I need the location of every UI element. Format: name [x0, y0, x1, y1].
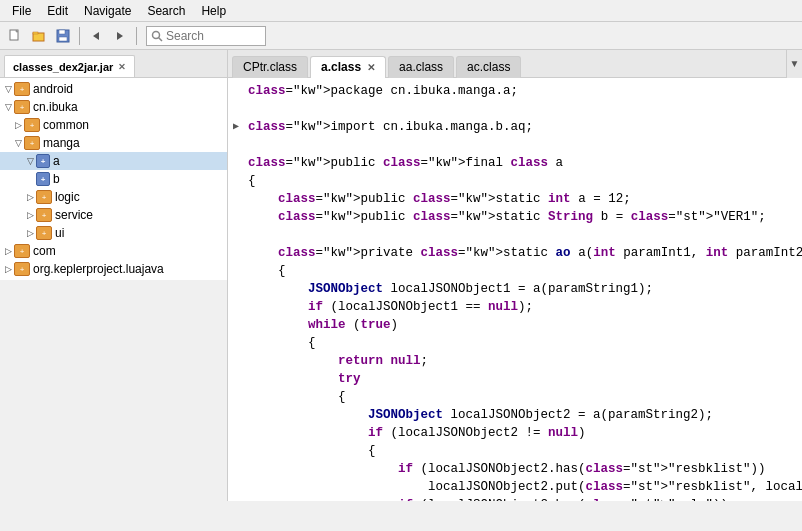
code-line: if (localJSONObject1 == null);: [228, 298, 802, 316]
code-line: {: [228, 172, 802, 190]
line-code: class="kw">package cn.ibuka.manga.a;: [244, 82, 518, 100]
tree-item-common[interactable]: ▷ + common: [0, 116, 227, 134]
svg-marker-7: [93, 32, 99, 40]
tree-label-cn-ibuka: cn.ibuka: [33, 100, 78, 114]
code-line: return null;: [228, 352, 802, 370]
expand-icon-a: ▽: [24, 155, 36, 167]
editor-tab-cptr[interactable]: CPtr.class: [232, 56, 308, 78]
tree-item-b[interactable]: + b: [0, 170, 227, 188]
expand-icon-common: ▷: [12, 119, 24, 131]
menu-navigate[interactable]: Navigate: [76, 2, 139, 20]
code-line: class="kw">public class="kw">static Stri…: [228, 208, 802, 226]
editor-tab-aa-label: aa.class: [399, 60, 443, 74]
menu-help[interactable]: Help: [193, 2, 234, 20]
pkg-icon-common: +: [24, 118, 40, 132]
svg-rect-3: [33, 32, 38, 34]
expand-icon-b: [24, 173, 36, 185]
class-icon-a: +: [36, 154, 50, 168]
line-code: class="kw">private class="kw">static ao …: [244, 244, 802, 262]
search-input[interactable]: [166, 29, 256, 43]
tree-item-logic[interactable]: ▷ + logic: [0, 188, 227, 206]
pkg-icon-ui: +: [36, 226, 52, 240]
menu-edit[interactable]: Edit: [39, 2, 76, 20]
code-line: localJSONObject2.put(class="st">"resbkli…: [228, 478, 802, 496]
save-button[interactable]: [52, 25, 74, 47]
line-code: {: [244, 442, 376, 460]
editor-tab-aa[interactable]: aa.class: [388, 56, 454, 78]
line-code: {: [244, 388, 346, 406]
editor-tab-ac[interactable]: ac.class: [456, 56, 521, 78]
line-code: {: [244, 334, 316, 352]
tree-item-manga[interactable]: ▽ + manga: [0, 134, 227, 152]
line-code: class="kw">public class="kw">final class…: [244, 154, 563, 172]
tree-label-com: com: [33, 244, 56, 258]
tree-item-ui[interactable]: ▷ + ui: [0, 224, 227, 242]
code-line: JSONObject localJSONObject2 = a(paramStr…: [228, 406, 802, 424]
line-code: if (localJSONObject1 == null);: [244, 298, 533, 316]
editor-content: class="kw">package cn.ibuka.manga.a;▶cla…: [228, 78, 802, 501]
line-expand-icon[interactable]: ▶: [228, 118, 244, 136]
code-line: class="kw">package cn.ibuka.manga.a;: [228, 82, 802, 100]
line-code: if (localJSONObject2.has(class="st">"url…: [244, 496, 728, 501]
editor-tab-a[interactable]: a.class ✕: [310, 56, 386, 78]
tree-label-common: common: [43, 118, 89, 132]
line-code: while (true): [244, 316, 398, 334]
tree-item-a[interactable]: ▽ + a: [0, 152, 227, 170]
sidebar-tab-jar[interactable]: classes_dex2jar.jar ✕: [4, 55, 135, 77]
tree-label-logic: logic: [55, 190, 80, 204]
pkg-icon-service: +: [36, 208, 52, 222]
svg-rect-6: [59, 37, 67, 41]
menu-search[interactable]: Search: [139, 2, 193, 20]
menu-file[interactable]: File: [4, 2, 39, 20]
line-code: localJSONObject2.put(class="st">"resbkli…: [244, 478, 802, 496]
editor-topbar: CPtr.class a.class ✕ aa.class ac.class ▼: [228, 50, 802, 78]
tree-label-org: org.keplerproject.luajava: [33, 262, 164, 276]
tree-item-service[interactable]: ▷ + service: [0, 206, 227, 224]
pkg-icon-com: +: [14, 244, 30, 258]
pkg-icon-logic: +: [36, 190, 52, 204]
code-line: [228, 226, 802, 244]
svg-point-9: [153, 31, 160, 38]
editor-collapse-button[interactable]: ▼: [786, 50, 802, 78]
new-button[interactable]: [4, 25, 26, 47]
open-button[interactable]: [28, 25, 50, 47]
line-code: {: [244, 262, 286, 280]
tree-item-cn-ibuka[interactable]: ▽ + cn.ibuka: [0, 98, 227, 116]
tree-label-a: a: [53, 154, 60, 168]
tree-label-b: b: [53, 172, 60, 186]
editor-area: CPtr.class a.class ✕ aa.class ac.class ▼…: [228, 50, 802, 501]
code-line: {: [228, 442, 802, 460]
tree-item-org[interactable]: ▷ + org.keplerproject.luajava: [0, 260, 227, 278]
code-line: if (localJSONObject2.has(class="st">"url…: [228, 496, 802, 501]
tree: ▽ + android ▽ + cn.ibuka ▷ + common: [0, 78, 227, 280]
code-line: class="kw">public class="kw">static int …: [228, 190, 802, 208]
expand-icon-ui: ▷: [24, 227, 36, 239]
back-button[interactable]: [85, 25, 107, 47]
pkg-icon-cn-ibuka: +: [14, 100, 30, 114]
toolbar: [0, 22, 802, 50]
code-line: {: [228, 262, 802, 280]
line-code: try: [244, 370, 361, 388]
line-code: if (localJSONObject2.has(class="st">"res…: [244, 460, 766, 478]
editor-tabs-row: CPtr.class a.class ✕ aa.class ac.class: [228, 50, 786, 78]
forward-button[interactable]: [109, 25, 131, 47]
code-line: ▶class="kw">import cn.ibuka.manga.b.aq;: [228, 118, 802, 136]
menubar: File Edit Navigate Search Help: [0, 0, 802, 22]
editor-tab-ac-label: ac.class: [467, 60, 510, 74]
code-line: {: [228, 388, 802, 406]
code-line: if (localJSONObject2 != null): [228, 424, 802, 442]
svg-line-10: [159, 37, 163, 41]
search-box[interactable]: [146, 26, 266, 46]
sidebar-tab-label: classes_dex2jar.jar: [13, 61, 113, 73]
code-line: try: [228, 370, 802, 388]
expand-icon-android: ▽: [2, 83, 14, 95]
editor-scroll[interactable]: class="kw">package cn.ibuka.manga.a;▶cla…: [228, 78, 802, 501]
expand-icon-service: ▷: [24, 209, 36, 221]
tree-item-android[interactable]: ▽ + android: [0, 80, 227, 98]
line-code: JSONObject localJSONObject1 = a(paramStr…: [244, 280, 653, 298]
pkg-icon-android: +: [14, 82, 30, 96]
editor-tab-a-close[interactable]: ✕: [367, 62, 375, 73]
sidebar-tab-close[interactable]: ✕: [118, 62, 126, 72]
code-line: {: [228, 334, 802, 352]
tree-item-com[interactable]: ▷ + com: [0, 242, 227, 260]
